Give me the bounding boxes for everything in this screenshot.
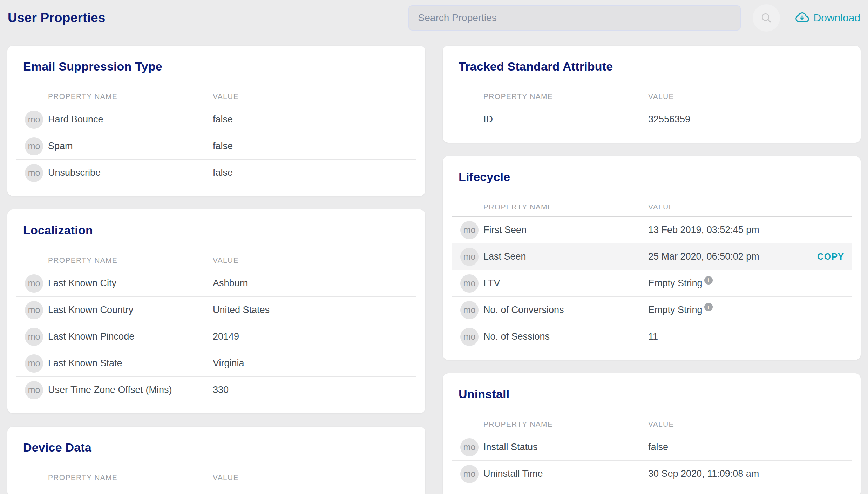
column-header-property-name: PROPERTY NAME bbox=[48, 92, 213, 101]
moengage-source-icon: mo bbox=[460, 465, 479, 483]
property-value: false bbox=[648, 442, 844, 453]
search-button[interactable] bbox=[753, 4, 780, 32]
property-name: First Seen bbox=[483, 225, 648, 235]
column-header-property-name: PROPERTY NAME bbox=[483, 420, 648, 428]
card-title: Localization bbox=[23, 223, 409, 237]
column-header-property-name: PROPERTY NAME bbox=[48, 473, 213, 482]
table-row: ID32556359 bbox=[452, 106, 852, 133]
property-value: false bbox=[213, 114, 409, 125]
card-title: Tracked Standard Attribute bbox=[459, 60, 845, 73]
property-value: 25 Mar 2020, 06:50:02 pm bbox=[648, 251, 817, 262]
property-name: Uninstall Time bbox=[483, 468, 648, 479]
property-name: ID bbox=[483, 114, 648, 125]
moengage-source-icon: mo bbox=[460, 248, 479, 266]
moengage-source-icon: mo bbox=[25, 274, 43, 293]
info-icon[interactable]: i bbox=[704, 303, 713, 311]
moengage-source-icon: mo bbox=[25, 354, 43, 373]
table-row: moLast Known Pincode20149 bbox=[16, 323, 416, 350]
download-label: Download bbox=[814, 12, 860, 24]
property-value: United States bbox=[213, 305, 409, 315]
column-header-property-name: PROPERTY NAME bbox=[483, 92, 648, 101]
user-properties-page: User Properties Download Email Suppressi… bbox=[0, 0, 868, 494]
property-value: 32556359 bbox=[648, 114, 844, 125]
right-column: Tracked Standard AttributePROPERTY NAMEV… bbox=[443, 46, 861, 494]
table-header-row: PROPERTY NAMEVALUE bbox=[16, 251, 416, 270]
property-name: LTV bbox=[483, 278, 648, 289]
property-value: false bbox=[213, 141, 409, 152]
card-lifecycle: LifecyclePROPERTY NAMEVALUEmoFirst Seen1… bbox=[443, 156, 861, 360]
property-name: Last Known City bbox=[48, 278, 213, 289]
property-value: 20149 bbox=[213, 331, 409, 342]
column-header-value: VALUE bbox=[648, 420, 844, 428]
property-name: No. of Sessions bbox=[483, 331, 648, 342]
table-header-row: PROPERTY NAMEVALUE bbox=[452, 197, 852, 217]
download-button[interactable]: Download bbox=[795, 11, 860, 25]
card-localization: LocalizationPROPERTY NAMEVALUEmoLast Kno… bbox=[7, 209, 425, 413]
moengage-source-icon: mo bbox=[25, 328, 43, 346]
property-name: No. of Conversions bbox=[483, 305, 648, 315]
property-value: 330 bbox=[213, 385, 409, 395]
moengage-source-icon: mo bbox=[25, 111, 43, 129]
table-row: moLTVEmpty Stringi bbox=[452, 270, 852, 297]
card-uninstall: UninstallPROPERTY NAMEVALUEmoInstall Sta… bbox=[443, 373, 861, 494]
property-value: Empty Stringi bbox=[648, 278, 844, 289]
property-name: Last Seen bbox=[483, 251, 648, 262]
left-column: Email Suppression TypePROPERTY NAMEVALUE… bbox=[7, 46, 425, 494]
column-header-value: VALUE bbox=[213, 92, 409, 101]
table-row: moHard Bouncefalse bbox=[16, 106, 416, 133]
header: User Properties Download bbox=[0, 0, 868, 32]
moengage-source-icon: mo bbox=[460, 221, 479, 239]
card-device-data: Device DataPROPERTY NAMEVALUE bbox=[7, 427, 425, 494]
property-value: 13 Feb 2019, 03:52:45 pm bbox=[648, 225, 844, 235]
property-name: Unsubscribe bbox=[48, 167, 213, 178]
table-row: moFirst Seen13 Feb 2019, 03:52:45 pm bbox=[452, 217, 852, 243]
card-title: Uninstall bbox=[459, 387, 845, 401]
property-name: Last Known State bbox=[48, 358, 213, 369]
moengage-source-icon: mo bbox=[460, 274, 479, 293]
table-row: moLast Known CityAshburn bbox=[16, 270, 416, 297]
property-name: Hard Bounce bbox=[48, 114, 213, 125]
property-name: Spam bbox=[48, 141, 213, 152]
table-row: moUninstall Time30 Sep 2020, 11:09:08 am bbox=[452, 461, 852, 487]
table-row: moLast Known StateVirginia bbox=[16, 350, 416, 377]
column-header-value: VALUE bbox=[648, 203, 844, 211]
search-input[interactable] bbox=[408, 5, 741, 31]
card-title: Email Suppression Type bbox=[23, 60, 409, 73]
table-row: moInstall Statusfalse bbox=[452, 434, 852, 461]
card-title: Lifecycle bbox=[459, 170, 845, 184]
info-icon[interactable]: i bbox=[704, 276, 713, 285]
table-header-row: PROPERTY NAMEVALUE bbox=[452, 414, 852, 434]
table-row: moNo. of ConversionsEmpty Stringi bbox=[452, 297, 852, 323]
table-header-row: PROPERTY NAMEVALUE bbox=[16, 468, 416, 487]
table-row: moNo. of Sessions11 bbox=[452, 323, 852, 350]
property-value: Virginia bbox=[213, 358, 409, 369]
column-header-value: VALUE bbox=[213, 473, 409, 482]
column-header-value: VALUE bbox=[648, 92, 844, 101]
page-title: User Properties bbox=[8, 11, 106, 25]
cloud-download-icon bbox=[795, 11, 809, 25]
property-value: 11 bbox=[648, 331, 844, 342]
property-value: 30 Sep 2020, 11:09:08 am bbox=[648, 468, 844, 479]
copy-button[interactable]: COPY bbox=[817, 251, 844, 262]
property-name: Install Status bbox=[483, 442, 648, 453]
card-title: Device Data bbox=[23, 441, 409, 454]
property-name: Last Known Pincode bbox=[48, 331, 213, 342]
property-value: false bbox=[213, 167, 409, 178]
property-name: User Time Zone Offset (Mins) bbox=[48, 385, 213, 395]
table-row: moLast Known CountryUnited States bbox=[16, 297, 416, 323]
header-actions: Download bbox=[408, 4, 860, 32]
moengage-source-icon: mo bbox=[25, 381, 43, 399]
column-header-property-name: PROPERTY NAME bbox=[483, 203, 648, 211]
card-tracked-standard-attribute: Tracked Standard AttributePROPERTY NAMEV… bbox=[443, 46, 861, 143]
moengage-source-icon: mo bbox=[25, 137, 43, 155]
column-header-property-name: PROPERTY NAME bbox=[48, 256, 213, 265]
table-row: moUser Time Zone Offset (Mins)330 bbox=[16, 377, 416, 403]
search-icon bbox=[760, 12, 773, 24]
cards-area: Email Suppression TypePROPERTY NAMEVALUE… bbox=[0, 32, 868, 494]
moengage-source-icon: mo bbox=[25, 164, 43, 182]
property-name: Last Known Country bbox=[48, 305, 213, 315]
table-row: moSpamfalse bbox=[16, 133, 416, 160]
moengage-source-icon: mo bbox=[25, 301, 43, 319]
property-value: Empty Stringi bbox=[648, 305, 844, 315]
table-header-row: PROPERTY NAMEVALUE bbox=[452, 87, 852, 106]
